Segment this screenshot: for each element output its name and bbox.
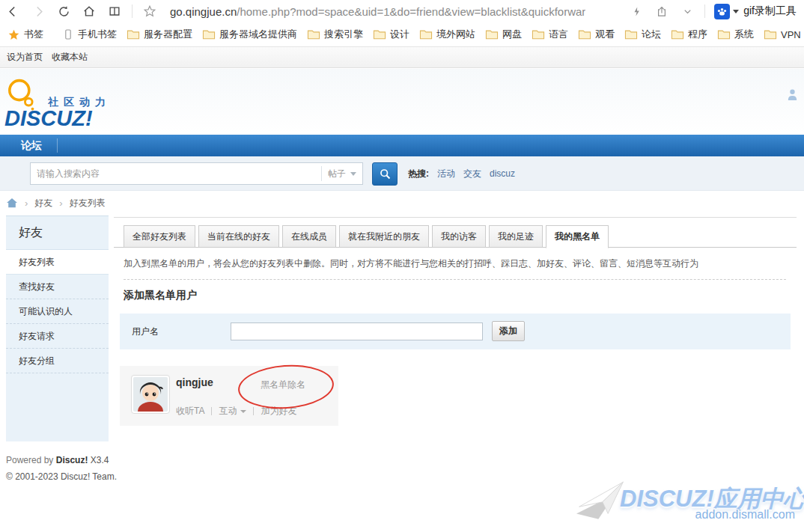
address-bar[interactable]: go.qingjue.cn/home.php?mod=space&uid=1&d… xyxy=(170,5,585,18)
main-content: 全部好友列表 当前在线的好友 在线成员 就在我附近的朋友 我的访客 我的足迹 我… xyxy=(114,217,797,438)
search-band: 帖子 热搜: 活动 交友 discuz xyxy=(0,156,804,191)
tab-my-footprints[interactable]: 我的足迹 xyxy=(489,225,543,248)
bookmark-folder[interactable]: VPN xyxy=(764,28,801,40)
hot-search: 热搜: 活动 交友 discuz xyxy=(408,156,515,191)
site-header: 社区动力 DISCUZ! xyxy=(0,69,804,135)
sidebar: 好友 好友列表 查找好友 可能认识的人 好友请求 好友分组 xyxy=(6,215,109,441)
hot-search-link[interactable]: 活动 xyxy=(437,168,455,180)
bookmark-mobile[interactable]: 手机书签 xyxy=(62,28,117,41)
back-icon[interactable] xyxy=(0,4,25,18)
sidebar-item-people-you-may-know[interactable]: 可能认识的人 xyxy=(6,299,109,324)
bookmark-folder[interactable]: 程序 xyxy=(671,28,707,41)
refresh-icon[interactable] xyxy=(51,4,76,18)
bookmark-folder[interactable]: 系统 xyxy=(717,28,754,41)
tabs: 全部好友列表 当前在线的好友 在线成员 就在我附近的朋友 我的访客 我的足迹 我… xyxy=(124,225,612,248)
sidebar-item-friend-groups[interactable]: 好友分组 xyxy=(6,349,109,373)
toolbar-divider xyxy=(132,4,133,18)
add-blacklist-form: 用户名 添加 xyxy=(120,314,791,349)
sidebar-item-friend-list[interactable]: 好友列表 xyxy=(6,250,109,275)
search-input[interactable] xyxy=(31,164,321,183)
breadcrumb-separator-icon xyxy=(59,198,62,209)
flash-icon[interactable] xyxy=(624,4,649,18)
action-divider xyxy=(211,407,212,415)
url-path: /home.php?mod=space&uid=1&do=friend&view… xyxy=(237,5,585,18)
hot-search-link[interactable]: discuz xyxy=(490,168,515,179)
caret-down-icon xyxy=(350,172,356,176)
breadcrumb: 好友 好友列表 xyxy=(6,192,106,214)
action-divider xyxy=(253,407,254,415)
powered-by-line: Powered by Discuz! X3.4 xyxy=(6,452,117,468)
set-home-link[interactable]: 设为首页 xyxy=(7,51,43,64)
bookmark-folder[interactable]: 论坛 xyxy=(624,28,661,41)
sidebar-item-find-friends[interactable]: 查找好友 xyxy=(6,275,109,299)
add-button[interactable]: 添加 xyxy=(492,321,525,341)
bookmark-folder[interactable]: 设计 xyxy=(373,28,409,41)
hot-search-link[interactable]: 交友 xyxy=(463,168,481,180)
avatar[interactable] xyxy=(131,375,170,414)
extension-paw-icon[interactable] xyxy=(714,4,730,19)
site-quickbar: 设为首页 收藏本站 xyxy=(0,47,804,68)
bookmarks-bar: 书签 手机书签 服务器配置 服务器域名提供商 搜索引擎 设计 境外网站 网盘 语… xyxy=(0,22,804,47)
follow-link[interactable]: 收听TA xyxy=(176,405,204,418)
copyright-line: © 2001-2023 Discuz! Team. xyxy=(6,468,117,485)
main-nav: 论坛 xyxy=(0,135,804,156)
url-domain: go.qingjue.cn xyxy=(170,5,237,18)
home-icon[interactable] xyxy=(76,4,102,19)
toolbar-divider xyxy=(704,4,705,18)
tab-online-friends[interactable]: 当前在线的好友 xyxy=(198,225,279,248)
blacklist-user-card: qingjue 黑名单除名 收听TA 互动 加为好友 xyxy=(120,366,338,426)
blacklist-username[interactable]: qingjue xyxy=(176,376,213,388)
bookmark-star-folder[interactable]: 书签 xyxy=(7,28,43,41)
extension-dropdown-caret[interactable] xyxy=(733,10,739,13)
browser-toolbar: go.qingjue.cn/home.php?mod=space&uid=1&d… xyxy=(0,0,804,22)
bookmark-folder[interactable]: 服务器域名提供商 xyxy=(202,28,297,41)
breadcrumb-separator-icon xyxy=(25,198,28,209)
search-box: 帖子 xyxy=(30,162,363,185)
add-blacklist-title: 添加黑名单用户 xyxy=(124,289,197,302)
reading-list-icon[interactable] xyxy=(102,4,127,19)
tab-nearby-friends[interactable]: 就在我附近的朋友 xyxy=(339,225,429,248)
extension-label[interactable]: gif录制工具 xyxy=(743,4,797,18)
add-favorite-link[interactable]: 收藏本站 xyxy=(52,51,88,64)
search-category-select[interactable]: 帖子 xyxy=(322,168,362,180)
bookmark-folder[interactable]: 语言 xyxy=(532,28,568,41)
bookmark-folder[interactable]: 服务器配置 xyxy=(127,28,192,41)
dashed-separator xyxy=(124,279,786,280)
magnifier-icon xyxy=(379,168,392,180)
user-actions: 收听TA 互动 加为好友 xyxy=(176,405,296,418)
breadcrumb-home-icon[interactable] xyxy=(6,198,18,208)
sidebar-title: 好友 xyxy=(6,216,109,250)
user-icon[interactable] xyxy=(787,88,798,101)
breadcrumb-friends[interactable]: 好友 xyxy=(34,197,52,210)
bookmark-folder[interactable]: 搜索引擎 xyxy=(307,28,363,41)
bookmark-star-icon[interactable] xyxy=(137,4,162,19)
breadcrumb-friend-list[interactable]: 好友列表 xyxy=(70,197,106,210)
watermark-site: addon.dismall.com xyxy=(0,508,795,522)
search-button[interactable] xyxy=(372,162,398,186)
nav-item-forum[interactable]: 论坛 xyxy=(9,135,54,156)
bookmark-folder[interactable]: 网盘 xyxy=(485,28,522,41)
nav-divider xyxy=(57,138,58,153)
username-input[interactable] xyxy=(231,322,483,340)
toolbar-right-group: gif录制工具 xyxy=(624,4,804,19)
hot-search-label: 热搜: xyxy=(408,168,429,180)
chevron-down-icon[interactable] xyxy=(674,4,700,18)
caret-down-icon xyxy=(240,410,246,413)
bookmark-folder[interactable]: 境外网站 xyxy=(419,28,475,41)
sidebar-item-friend-requests[interactable]: 好友请求 xyxy=(6,324,109,349)
tab-my-visitors[interactable]: 我的访客 xyxy=(432,225,486,248)
tab-all-friends[interactable]: 全部好友列表 xyxy=(124,225,195,248)
footer-brand-link[interactable]: Discuz! xyxy=(56,455,88,465)
bookmark-folder[interactable]: 观看 xyxy=(578,28,615,41)
remove-from-blacklist-link[interactable]: 黑名单除名 xyxy=(261,379,305,391)
tab-my-blacklist[interactable]: 我的黑名单 xyxy=(546,225,609,248)
username-label: 用户名 xyxy=(132,314,159,349)
add-friend-link[interactable]: 加为好友 xyxy=(261,405,296,418)
footer: Powered by Discuz! X3.4 © 2001-2023 Disc… xyxy=(6,452,117,485)
interact-link[interactable]: 互动 xyxy=(219,405,237,418)
share-icon[interactable] xyxy=(649,4,674,18)
logo-brand[interactable]: DISCUZ! xyxy=(4,106,93,131)
tab-online-members[interactable]: 在线成员 xyxy=(282,225,336,248)
footer-version: X3.4 xyxy=(91,455,109,465)
blacklist-note: 加入到黑名单的用户，将会从您的好友列表中删除。同时，对方将不能进行与您相关的打招… xyxy=(124,257,790,270)
